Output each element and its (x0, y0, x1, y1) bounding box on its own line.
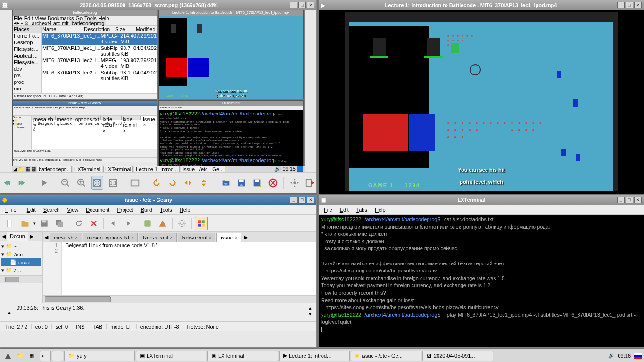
open-recent-dropdown[interactable]: ▾ (33, 221, 36, 226)
open-file-button[interactable] (18, 217, 32, 230)
code-editor[interactable]: 12 Beigesoft Linux from source code V1.8… (43, 242, 316, 295)
zoom-in-button[interactable] (75, 176, 87, 190)
zoom-100-button[interactable]: 1:1 (107, 176, 119, 190)
preferences-button[interactable] (289, 176, 300, 190)
menu-document[interactable]: Document (83, 206, 112, 214)
menu-edit[interactable]: Edit (24, 206, 39, 214)
file-tab[interactable]: mesa.sh× (50, 233, 82, 242)
start-menu-button[interactable] (2, 351, 14, 361)
arrow-left-icon[interactable]: ◀ (0, 232, 7, 241)
close-button[interactable]: × (307, 2, 314, 8)
maximize-button[interactable]: □ (298, 2, 306, 8)
scroll-up-icon[interactable]: ▴ (309, 305, 312, 311)
task-item[interactable]: ◉ issue - /etc - Ge... (351, 351, 421, 361)
maximize-button[interactable]: □ (626, 2, 633, 8)
new-file-button[interactable] (3, 217, 17, 230)
minimize-button[interactable]: _ (617, 197, 625, 203)
minimize-all-button[interactable]: ▦ (27, 351, 39, 361)
rotate-right-button[interactable] (166, 176, 178, 190)
flip-v-button[interactable] (198, 176, 210, 190)
file-tab[interactable]: lxde-rc.xml× (178, 233, 215, 242)
arrow-right-icon[interactable]: ▶ (28, 232, 35, 241)
zoom-out-button[interactable] (60, 176, 72, 190)
close-icon[interactable]: × (209, 235, 211, 240)
task-item[interactable]: ▣ LXTerminal (207, 351, 278, 361)
reload-button[interactable] (72, 217, 85, 230)
close-icon[interactable]: × (75, 235, 78, 240)
tab-scroll-left[interactable]: ◀ (43, 233, 50, 242)
minimize-button[interactable]: _ (290, 2, 297, 8)
flip-h-button[interactable] (182, 176, 194, 190)
file-tab-active[interactable]: issue× (216, 233, 241, 242)
save-as-button[interactable] (251, 176, 263, 190)
sidebar-tab-documents[interactable]: Docun (7, 232, 28, 241)
tab-scroll-right[interactable]: ▶ (242, 233, 249, 242)
volume-icon[interactable]: 🔊 (608, 353, 615, 359)
close-icon[interactable]: × (235, 235, 237, 240)
compile-button[interactable] (141, 217, 154, 230)
prev-image-button[interactable] (0, 176, 12, 190)
code-content[interactable]: Beigesoft Linux from source code V1.8 \ (62, 242, 316, 295)
menu-tabs[interactable]: Tabs (354, 206, 370, 214)
geany-titlebar[interactable]: ◉ issue - /etc - Geany _ □ × (0, 195, 316, 205)
close-icon[interactable]: × (170, 235, 173, 240)
close-file-button[interactable] (87, 217, 100, 230)
gpicview-titlebar[interactable]: 🖼 2020-04-05-091509_1366x768_scrot.png (… (0, 0, 316, 10)
task-item[interactable]: 🖼 2020-04-05-091... (422, 351, 493, 361)
task-item[interactable]: ▶ Lecture 1: Introd... (279, 351, 350, 361)
maximize-button[interactable]: □ (626, 197, 633, 203)
maximize-button[interactable]: □ (298, 197, 306, 203)
nav-fwd-button[interactable] (122, 217, 135, 230)
next-image-button[interactable] (16, 176, 28, 190)
menu-help[interactable]: Help (372, 206, 388, 214)
close-icon[interactable]: × (131, 235, 133, 240)
menu-file[interactable]: File (321, 206, 335, 214)
keyboard-layout-icon[interactable] (634, 353, 642, 359)
save-all-button[interactable] (53, 217, 66, 230)
delete-button[interactable] (267, 176, 279, 190)
menu-tools[interactable]: Tools (157, 206, 175, 214)
quit-button[interactable] (305, 176, 316, 190)
close-button[interactable]: × (634, 197, 642, 203)
build-button[interactable] (156, 217, 169, 230)
save-button[interactable] (38, 217, 51, 230)
tree-folder[interactable]: ▾ 📁 ~ (1, 242, 41, 250)
terminal-menubar[interactable]: File Edit Tabs Help (319, 205, 644, 215)
geany-menubar[interactable]: File Edit Search View Document Project B… (0, 205, 316, 215)
tree-folder[interactable]: ▾ 📁 /T... (1, 266, 41, 274)
color-picker-button[interactable] (195, 217, 208, 230)
tree-folder[interactable]: ▾ 📁 /etc (1, 250, 41, 258)
workspace-1[interactable]: ▪ (40, 351, 51, 361)
slideshow-button[interactable] (38, 176, 50, 190)
zoom-fit-button[interactable] (91, 176, 104, 190)
file-tab[interactable]: lxde-rc.xml× (139, 233, 176, 242)
video-titlebar[interactable]: ▶ Lecture 1: Introduction to Battlecode … (319, 0, 644, 10)
tree-file-issue[interactable]: 📄 issue (1, 258, 41, 266)
task-item[interactable]: 📁 yury (64, 351, 135, 361)
menu-view[interactable]: View (65, 206, 82, 214)
file-manager-launcher[interactable]: 📁 (15, 351, 26, 361)
task-item[interactable]: ▣ LXTerminal (136, 351, 206, 361)
workspace-2[interactable] (52, 351, 63, 361)
menu-file[interactable]: File (2, 206, 22, 214)
close-button[interactable]: × (634, 2, 642, 8)
file-tab[interactable]: meson_options.txt× (83, 233, 138, 242)
clock[interactable]: 09:16 (618, 353, 631, 359)
menu-build[interactable]: Build (138, 206, 155, 214)
open-button[interactable] (220, 176, 231, 190)
nav-back-button[interactable] (107, 217, 120, 230)
minimize-button[interactable]: _ (617, 2, 625, 8)
msg-collapse-icon[interactable]: ▴ (8, 309, 11, 315)
menu-search[interactable]: Search (41, 206, 63, 214)
close-button[interactable]: × (307, 197, 314, 203)
terminal-content[interactable]: yury@lfsc182222:/archext4/arc/mit/batlec… (319, 215, 644, 347)
menu-edit[interactable]: Edit (337, 206, 352, 214)
menu-project[interactable]: Project (114, 206, 136, 214)
save-button[interactable] (235, 176, 247, 190)
run-button[interactable] (175, 217, 189, 230)
fullscreen-button[interactable] (129, 176, 140, 190)
editor-hscroll[interactable] (43, 295, 316, 303)
scroll-down-icon[interactable]: ▾ (309, 311, 312, 317)
rotate-left-button[interactable] (151, 176, 163, 190)
minimize-button[interactable]: _ (290, 197, 297, 203)
